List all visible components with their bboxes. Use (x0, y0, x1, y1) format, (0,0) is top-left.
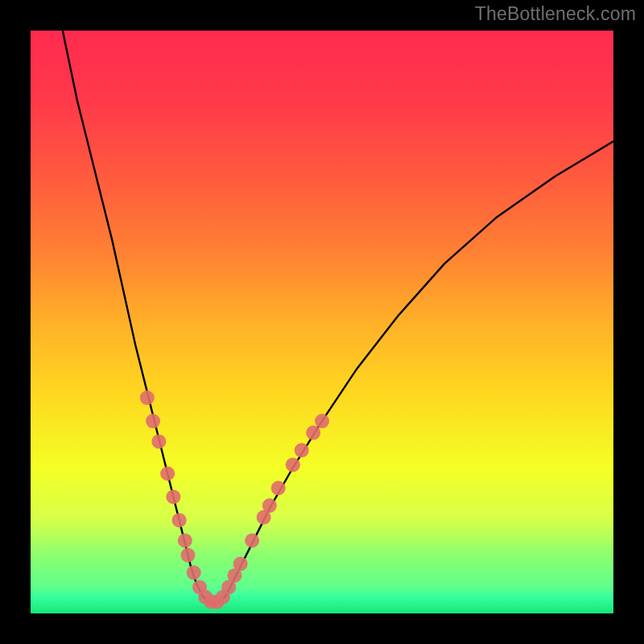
data-dot (295, 443, 309, 457)
data-dot (233, 556, 248, 571)
data-dots (140, 390, 329, 609)
data-dot (180, 548, 195, 563)
data-dot (146, 414, 160, 428)
data-dot (306, 426, 320, 440)
data-dot (172, 513, 187, 527)
data-dot (178, 534, 192, 548)
data-dot (286, 457, 300, 472)
plot-area (31, 31, 613, 613)
curve-layer (31, 31, 613, 613)
data-dot (166, 489, 180, 504)
data-dot (315, 414, 329, 428)
data-dot (187, 565, 201, 580)
data-dot (271, 481, 286, 495)
data-dot (245, 534, 259, 548)
data-dot (262, 498, 277, 513)
chart-frame: TheBottleneck.com (0, 0, 644, 644)
data-dot (160, 466, 175, 481)
data-dot (140, 390, 155, 405)
curve-right-branch (232, 142, 613, 584)
watermark-label: TheBottleneck.com (475, 3, 636, 25)
data-dot (151, 434, 166, 448)
